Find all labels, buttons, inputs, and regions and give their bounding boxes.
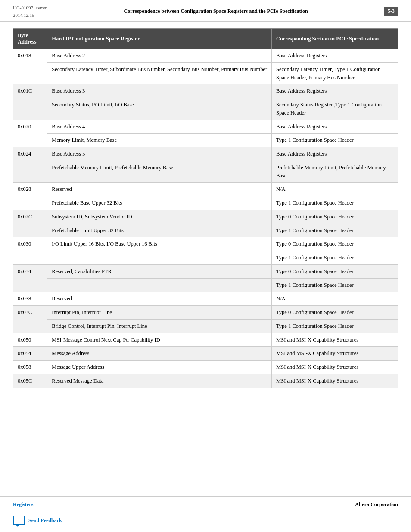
register-cell: Secondary Latency Timer, Subordinate Bus…	[47, 62, 272, 84]
register-cell	[47, 278, 272, 292]
table-row: Prefetchable Base Upper 32 BitsType 1 Co…	[13, 196, 398, 210]
address-cell: 0x038	[13, 292, 47, 306]
address-cell: 0x050	[13, 333, 47, 347]
address-cell: 0x058	[13, 361, 47, 374]
address-cell: 0x028	[13, 183, 47, 210]
register-cell: Reserved	[47, 183, 272, 196]
register-cell: Secondary Status, I/O Limit, I/O Base	[47, 98, 272, 120]
address-cell: 0x05C	[13, 374, 47, 388]
feedback-area[interactable]: Send Feedback	[0, 511, 411, 532]
table-row: 0x020Base Address 4Base Address Register…	[13, 120, 398, 134]
register-cell: Reserved Message Data	[47, 374, 272, 388]
spec-cell: N/A	[272, 292, 398, 306]
register-cell: Bridge Control, Interrupt Pin, Interrupt…	[47, 319, 272, 333]
spec-cell: Secondary Status Register ,Type 1 Config…	[272, 98, 398, 120]
address-cell: 0x024	[13, 147, 47, 183]
main-content: Byte Address Hard IP Configuration Space…	[0, 22, 411, 496]
register-cell: Reserved, Capabilities PTR	[47, 264, 272, 278]
spec-cell: MSI and MSI-X Capability Structures	[272, 333, 398, 347]
table-row: 0x03CInterrupt Pin, Interrupt LineType 0…	[13, 306, 398, 320]
spec-cell: Type 1 Configuration Space Header	[272, 278, 398, 292]
page-title: Correspondence between Configuration Spa…	[47, 8, 384, 15]
register-cell: Prefetchable Memory Limit, Prefetchable …	[47, 161, 272, 183]
table-row: 0x01CBase Address 3Base Address Register…	[13, 84, 398, 98]
register-cell: Base Address 3	[47, 84, 272, 98]
register-cell: Base Address 4	[47, 120, 272, 134]
register-cell: Base Address 5	[47, 147, 272, 161]
table-row: Secondary Latency Timer, Subordinate Bus…	[13, 62, 398, 84]
register-cell	[47, 251, 272, 265]
table-row: 0x038ReservedN/A	[13, 292, 398, 306]
spec-cell: Type 0 Configuration Space Header	[272, 237, 398, 251]
table-header-row: Byte Address Hard IP Configuration Space…	[13, 29, 398, 49]
spec-cell: Base Address Registers	[272, 84, 398, 98]
page-footer: Registers Altera Corporation	[0, 496, 411, 511]
register-cell: Message Upper Address	[47, 361, 272, 374]
spec-cell: MSI and MSI-X Capability Structures	[272, 374, 398, 388]
table-row: Secondary Status, I/O Limit, I/O BaseSec…	[13, 98, 398, 120]
table-row: Prefetchable Memory Limit, Prefetchable …	[13, 161, 398, 183]
register-cell: Prefetchable Base Upper 32 Bits	[47, 196, 272, 210]
spec-cell: MSI and MSI-X Capability Structures	[272, 347, 398, 361]
spec-cell: Type 0 Configuration Space Header	[272, 306, 398, 320]
register-cell: Subsystem ID, Subsystem Vendor ID	[47, 210, 272, 224]
address-cell: 0x018	[13, 49, 47, 84]
address-cell: 0x030	[13, 237, 47, 265]
address-cell: 0x01C	[13, 84, 47, 120]
register-cell: Prefetchable Limit Upper 32 Bits	[47, 224, 272, 237]
spec-cell: Type 1 Configuration Space Header	[272, 224, 398, 237]
address-cell: 0x020	[13, 120, 47, 147]
page-header: UG-01097_avmm 2014.12.15 Correspondence …	[0, 0, 411, 22]
spec-cell: Prefetchable Memory Limit, Prefetchable …	[272, 161, 398, 183]
spec-cell: MSI and MSI-X Capability Structures	[272, 361, 398, 374]
spec-cell: Type 1 Configuration Space Header	[272, 251, 398, 265]
spec-cell: N/A	[272, 183, 398, 196]
col-byte-address: Byte Address	[13, 29, 47, 49]
spec-cell: Type 1 Configuration Space Header	[272, 319, 398, 333]
spec-cell: Type 1 Configuration Space Header	[272, 196, 398, 210]
table-row: 0x030I/O Limit Upper 16 Bits, I/O Base U…	[13, 237, 398, 251]
table-row: Prefetchable Limit Upper 32 BitsType 1 C…	[13, 224, 398, 237]
footer-company: Altera Corporation	[355, 501, 398, 508]
doc-info: UG-01097_avmm 2014.12.15	[13, 4, 47, 19]
table-row: 0x050MSI-Message Control Next Cap Ptr Ca…	[13, 333, 398, 347]
table-row: 0x034Reserved, Capabilities PTRType 0 Co…	[13, 264, 398, 278]
table-row: 0x058Message Upper AddressMSI and MSI-X …	[13, 361, 398, 374]
spec-cell: Base Address Registers	[272, 49, 398, 63]
spec-cell: Base Address Registers	[272, 147, 398, 161]
address-cell: 0x034	[13, 264, 47, 292]
spec-cell: Base Address Registers	[272, 120, 398, 134]
feedback-icon	[13, 516, 25, 525]
table-row: Type 1 Configuration Space Header	[13, 251, 398, 265]
doc-date: 2014.12.15	[13, 12, 47, 19]
col-spec: Corresponding Section in PCIe Specificat…	[272, 29, 398, 49]
spec-cell: Secondary Latency Timer, Type 1 Configur…	[272, 62, 398, 84]
table-row: 0x054Message AddressMSI and MSI-X Capabi…	[13, 347, 398, 361]
page: UG-01097_avmm 2014.12.15 Correspondence …	[0, 0, 411, 532]
spec-cell: Type 1 Configuration Space Header	[272, 134, 398, 147]
register-cell: Message Address	[47, 347, 272, 361]
register-cell: Base Address 2	[47, 49, 272, 63]
footer-registers: Registers	[13, 501, 33, 508]
col-register: Hard IP Configuration Space Register	[47, 29, 272, 49]
send-feedback-link[interactable]: Send Feedback	[28, 517, 62, 524]
table-row: 0x018Base Address 2Base Address Register…	[13, 49, 398, 63]
register-cell: Memory Limit, Memory Base	[47, 134, 272, 147]
spec-cell: Type 0 Configuration Space Header	[272, 264, 398, 278]
address-cell: 0x03C	[13, 306, 47, 333]
doc-id: UG-01097_avmm	[13, 4, 47, 12]
register-cell: MSI-Message Control Next Cap Ptr Capabil…	[47, 333, 272, 347]
register-table: Byte Address Hard IP Configuration Space…	[13, 28, 398, 388]
address-cell: 0x02C	[13, 210, 47, 237]
address-cell: 0x054	[13, 347, 47, 361]
table-row: 0x024Base Address 5Base Address Register…	[13, 147, 398, 161]
register-cell: I/O Limit Upper 16 Bits, I/O Base Upper …	[47, 237, 272, 251]
table-row: 0x02CSubsystem ID, Subsystem Vendor IDTy…	[13, 210, 398, 224]
table-row: Type 1 Configuration Space Header	[13, 278, 398, 292]
table-row: 0x028ReservedN/A	[13, 183, 398, 196]
register-cell: Interrupt Pin, Interrupt Line	[47, 306, 272, 320]
register-cell: Reserved	[47, 292, 272, 306]
page-number: 5-3	[384, 7, 398, 16]
table-row: 0x05CReserved Message DataMSI and MSI-X …	[13, 374, 398, 388]
table-row: Memory Limit, Memory BaseType 1 Configur…	[13, 134, 398, 147]
